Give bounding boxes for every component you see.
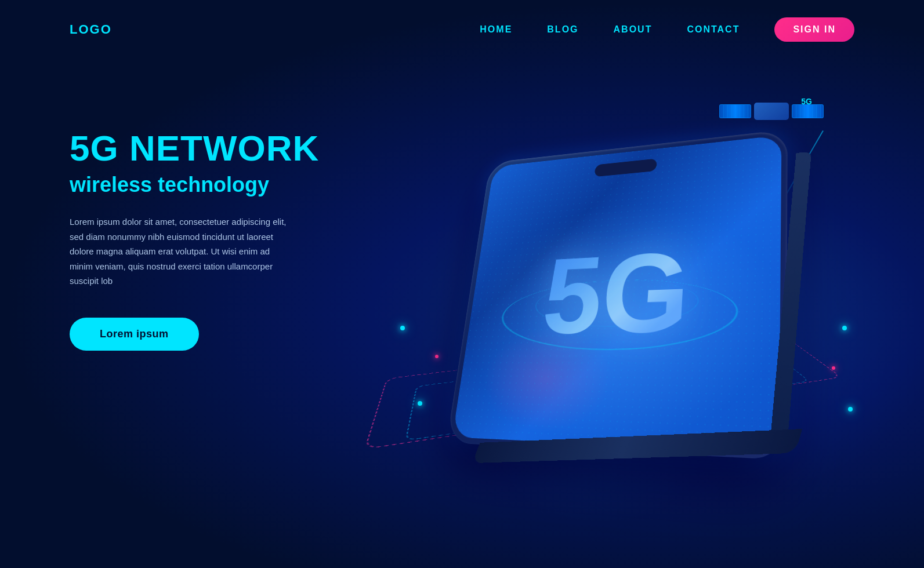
glow-dot-2: [842, 326, 847, 330]
nav-about[interactable]: ABOUT: [614, 24, 653, 35]
phone-body: 5G: [447, 129, 788, 460]
hero-content: 5G NETWORK wireless technology Lorem ips…: [70, 94, 348, 351]
hero-subtitle: wireless technology: [70, 173, 348, 197]
phone-scene: 5G 5G: [377, 77, 870, 552]
hero-description: Lorem ipsum dolor sit amet, consectetuer…: [70, 214, 290, 289]
glow-dot-3: [418, 401, 422, 406]
nav-blog[interactable]: BLOG: [547, 24, 578, 35]
glow-dot-1: [400, 326, 405, 330]
satellite-body: [754, 103, 789, 120]
hero-section: 5G NETWORK wireless technology Lorem ips…: [0, 59, 924, 563]
satellite-label: 5G: [801, 97, 812, 106]
glow-dot-pink-1: [435, 355, 439, 358]
fiveg-display: 5G: [538, 235, 693, 351]
hero-title: 5G NETWORK: [70, 129, 348, 168]
hero-illustration: 5G 5G: [348, 94, 854, 563]
phone-screen: 5G: [452, 135, 782, 453]
signin-button[interactable]: SIGN IN: [774, 17, 854, 42]
satellite-illustration: 5G: [719, 94, 824, 129]
logo[interactable]: LOGO: [70, 22, 112, 37]
nav-links: HOME BLOG ABOUT CONTACT SIGN IN: [480, 17, 854, 42]
satellite-panel-right: [792, 104, 824, 118]
glow-dot-pink-2: [832, 366, 835, 370]
nav-contact[interactable]: CONTACT: [687, 24, 740, 35]
hero-cta-button[interactable]: Lorem ipsum: [70, 318, 199, 351]
navigation: LOGO HOME BLOG ABOUT CONTACT SIGN IN: [0, 0, 924, 59]
glow-dot-4: [848, 407, 853, 412]
nav-home[interactable]: HOME: [480, 24, 512, 35]
satellite-panel-left: [719, 104, 751, 118]
